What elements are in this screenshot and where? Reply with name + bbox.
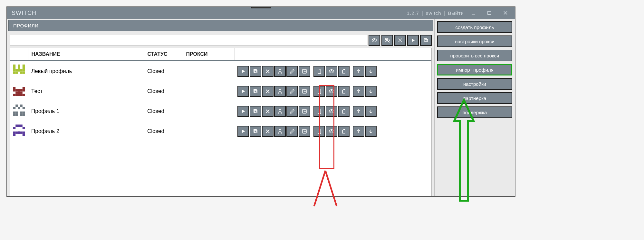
export-button[interactable] [299,126,310,137]
window-maximize-button[interactable] [483,8,496,17]
profile-name[interactable]: Левый профиль [28,61,144,81]
notes-button[interactable] [313,126,325,137]
edit-button[interactable] [286,86,298,97]
arrow-up-icon [356,108,361,114]
profile-name[interactable]: Профиль 1 [28,101,144,121]
svg-rect-49 [20,105,23,107]
toolbar [10,35,432,46]
section-header-profiles: ПРОФИЛИ [8,20,433,31]
move-up-button[interactable] [353,126,364,137]
svg-rect-47 [18,94,20,96]
window-minimize-button[interactable] [466,8,480,17]
edit-button[interactable] [286,126,298,137]
proxy-button[interactable] [274,66,286,77]
sidebar-button[interactable]: настройки прокси [437,35,512,47]
svg-rect-30 [13,87,15,89]
svg-rect-75 [23,134,25,136]
svg-rect-13 [23,65,25,67]
svg-rect-16 [13,67,15,69]
delete-button[interactable] [338,86,350,97]
export-button[interactable] [299,86,310,97]
logout-link[interactable]: Выйти [448,10,464,16]
sidebar-button[interactable]: импорт профиля [437,64,512,75]
hide-button[interactable] [381,35,393,46]
profile-name[interactable]: Профиль 2 [28,121,144,141]
svg-rect-25 [18,69,20,71]
close-button[interactable] [262,126,274,137]
play-icon [240,128,246,134]
edit-button[interactable] [286,106,298,117]
move-down-button[interactable] [365,106,377,117]
run-button[interactable] [237,106,249,117]
close-button[interactable] [262,106,274,117]
duplicate-button[interactable] [250,66,261,77]
move-up-button[interactable] [353,86,364,97]
table-row: Профиль 1Closed [10,101,431,121]
delete-button[interactable] [338,126,350,137]
sidebar-button[interactable]: поддержка [437,106,512,118]
view-button[interactable] [326,86,337,97]
svg-rect-31 [23,87,25,89]
notes-button[interactable] [313,106,325,117]
export-button[interactable] [299,66,310,77]
show-visible-button[interactable] [369,35,380,46]
sidebar-button[interactable]: партнёрка [437,92,512,104]
col-status[interactable]: СТАТУС [144,48,183,61]
copy-all-button[interactable] [420,35,432,46]
proxy-button[interactable] [274,106,286,117]
svg-rect-65 [18,125,20,127]
col-name[interactable]: НАЗВАНИЕ [28,48,144,61]
run-button[interactable] [237,66,249,77]
sidebar-button[interactable]: проверить все прокси [437,50,512,61]
proxy-button[interactable] [274,126,286,137]
dock-handle[interactable] [251,6,271,8]
close-button[interactable] [262,86,274,97]
duplicate-button[interactable] [250,86,261,97]
clear-button[interactable] [394,35,406,46]
duplicate-button[interactable] [250,126,261,137]
table-row: Левый профильClosed [10,61,431,81]
move-down-button[interactable] [365,126,377,137]
app-title: SWITCH [7,10,36,16]
notes-button[interactable] [313,86,325,97]
move-up-button[interactable] [353,66,364,77]
view-button[interactable] [326,106,337,117]
sidebar-button[interactable]: создать профиль [437,21,512,33]
run-button[interactable] [237,126,249,137]
view-button[interactable] [326,66,337,77]
delete-button[interactable] [338,66,350,77]
table-row: ТестClosed [10,81,431,101]
svg-rect-58 [13,114,15,116]
play-icon [240,68,246,74]
search-input[interactable] [10,35,367,46]
delete-button[interactable] [338,106,350,117]
eye-icon [329,128,334,134]
export-button[interactable] [299,106,310,117]
close-button[interactable] [262,66,274,77]
move-down-button[interactable] [365,66,377,77]
svg-rect-62 [15,125,18,127]
svg-rect-39 [20,92,23,94]
notes-button[interactable] [313,66,325,77]
move-down-button[interactable] [365,86,377,97]
move-up-button[interactable] [353,106,364,117]
file-icon [316,108,322,114]
profile-name[interactable]: Тест [28,81,144,101]
window-close-button[interactable] [499,8,512,17]
play-all-button[interactable] [407,35,419,46]
edit-button[interactable] [286,66,298,77]
export-icon [302,128,307,134]
run-button[interactable] [237,86,249,97]
proxy-button[interactable] [274,86,286,97]
svg-rect-45 [20,94,23,96]
svg-rect-41 [18,92,20,94]
file-icon [316,128,322,134]
duplicate-button[interactable] [250,106,261,117]
avatar [10,101,28,121]
svg-rect-33 [23,89,25,91]
svg-rect-37 [18,89,20,91]
col-proxy[interactable]: ПРОКСИ [183,48,234,61]
sidebar-button[interactable]: настройки [437,78,512,90]
view-button[interactable] [326,126,337,137]
copy-icon [253,88,258,94]
